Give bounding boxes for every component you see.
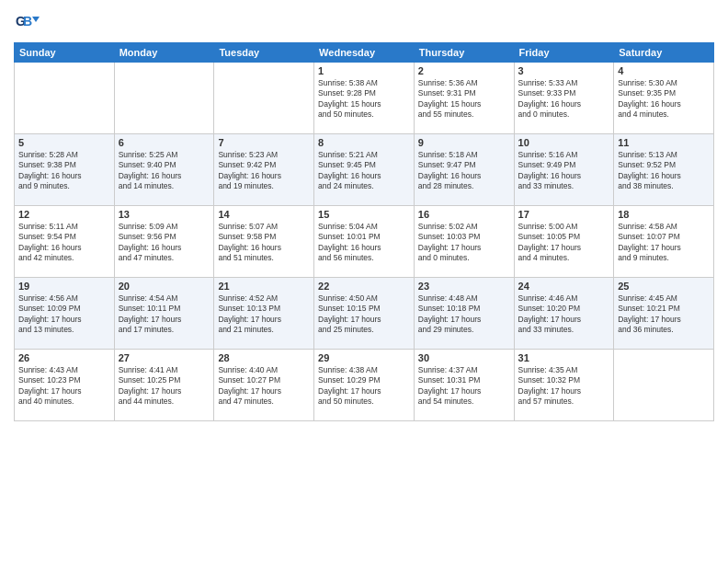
day-number: 6 — [119, 137, 210, 148]
day-info: Sunrise: 5:18 AM Sunset: 9:47 PM Dayligh… — [418, 150, 510, 192]
day-number: 23 — [418, 281, 510, 292]
week-row-2: 12Sunrise: 5:11 AM Sunset: 9:54 PM Dayli… — [15, 206, 714, 278]
day-cell: 27Sunrise: 4:41 AM Sunset: 10:25 PM Dayl… — [114, 350, 214, 421]
day-number: 10 — [518, 137, 610, 148]
weekday-header-wednesday: Wednesday — [314, 43, 415, 63]
day-info: Sunrise: 5:30 AM Sunset: 9:35 PM Dayligh… — [618, 78, 710, 121]
weekday-header-saturday: Saturday — [614, 43, 714, 63]
day-cell — [614, 350, 714, 421]
day-cell: 22Sunrise: 4:50 AM Sunset: 10:15 PM Dayl… — [314, 278, 415, 350]
day-cell: 8Sunrise: 5:21 AM Sunset: 9:45 PM Daylig… — [314, 134, 415, 206]
day-number: 7 — [218, 137, 310, 148]
day-number: 8 — [318, 137, 410, 148]
week-row-3: 19Sunrise: 4:56 AM Sunset: 10:09 PM Dayl… — [15, 278, 714, 350]
day-number: 26 — [18, 352, 110, 363]
day-cell: 12Sunrise: 5:11 AM Sunset: 9:54 PM Dayli… — [15, 206, 115, 278]
day-info: Sunrise: 5:02 AM Sunset: 10:03 PM Daylig… — [418, 222, 510, 264]
day-number: 30 — [418, 352, 510, 363]
weekday-header-row: SundayMondayTuesdayWednesdayThursdayFrid… — [15, 43, 714, 63]
day-cell: 29Sunrise: 4:38 AM Sunset: 10:29 PM Dayl… — [314, 350, 415, 421]
day-info: Sunrise: 5:36 AM Sunset: 9:31 PM Dayligh… — [418, 78, 510, 121]
day-info: Sunrise: 5:13 AM Sunset: 9:52 PM Dayligh… — [618, 150, 710, 192]
day-cell: 9Sunrise: 5:18 AM Sunset: 9:47 PM Daylig… — [414, 134, 514, 206]
day-number: 5 — [18, 137, 110, 148]
day-cell: 24Sunrise: 4:46 AM Sunset: 10:20 PM Dayl… — [514, 278, 614, 350]
weekday-header-thursday: Thursday — [414, 43, 514, 63]
logo: G B — [14, 9, 43, 35]
day-cell: 31Sunrise: 4:35 AM Sunset: 10:32 PM Dayl… — [514, 350, 614, 421]
day-info: Sunrise: 5:11 AM Sunset: 9:54 PM Dayligh… — [18, 222, 110, 264]
day-number: 24 — [518, 281, 610, 292]
day-info: Sunrise: 4:56 AM Sunset: 10:09 PM Daylig… — [18, 293, 110, 336]
day-info: Sunrise: 4:38 AM Sunset: 10:29 PM Daylig… — [318, 365, 410, 408]
day-info: Sunrise: 4:35 AM Sunset: 10:32 PM Daylig… — [518, 365, 610, 408]
day-cell: 1Sunrise: 5:38 AM Sunset: 9:28 PM Daylig… — [314, 63, 415, 134]
page: G B SundayMondayTuesdayWednesdayThursday… — [0, 0, 728, 563]
weekday-header-sunday: Sunday — [15, 43, 115, 63]
weekday-header-tuesday: Tuesday — [214, 43, 314, 63]
day-cell: 14Sunrise: 5:07 AM Sunset: 9:58 PM Dayli… — [214, 206, 314, 278]
day-info: Sunrise: 5:16 AM Sunset: 9:49 PM Dayligh… — [518, 150, 610, 192]
day-info: Sunrise: 5:21 AM Sunset: 9:45 PM Dayligh… — [318, 150, 410, 192]
week-row-0: 1Sunrise: 5:38 AM Sunset: 9:28 PM Daylig… — [15, 63, 714, 134]
day-info: Sunrise: 5:25 AM Sunset: 9:40 PM Dayligh… — [119, 150, 210, 192]
day-cell: 6Sunrise: 5:25 AM Sunset: 9:40 PM Daylig… — [114, 134, 214, 206]
day-cell: 16Sunrise: 5:02 AM Sunset: 10:03 PM Dayl… — [414, 206, 514, 278]
day-number: 16 — [418, 209, 510, 220]
day-info: Sunrise: 4:37 AM Sunset: 10:31 PM Daylig… — [418, 365, 510, 408]
day-info: Sunrise: 5:09 AM Sunset: 9:56 PM Dayligh… — [119, 222, 210, 264]
weekday-header-monday: Monday — [114, 43, 214, 63]
day-info: Sunrise: 4:45 AM Sunset: 10:21 PM Daylig… — [618, 293, 710, 336]
day-info: Sunrise: 4:40 AM Sunset: 10:27 PM Daylig… — [218, 365, 310, 408]
day-number: 25 — [618, 281, 710, 292]
day-info: Sunrise: 4:50 AM Sunset: 10:15 PM Daylig… — [318, 293, 410, 336]
day-cell: 30Sunrise: 4:37 AM Sunset: 10:31 PM Dayl… — [414, 350, 514, 421]
day-info: Sunrise: 5:07 AM Sunset: 9:58 PM Dayligh… — [218, 222, 310, 264]
day-cell: 11Sunrise: 5:13 AM Sunset: 9:52 PM Dayli… — [614, 134, 714, 206]
day-info: Sunrise: 4:52 AM Sunset: 10:13 PM Daylig… — [218, 293, 310, 336]
day-number: 4 — [618, 65, 710, 76]
day-cell: 19Sunrise: 4:56 AM Sunset: 10:09 PM Dayl… — [15, 278, 115, 350]
day-number: 1 — [318, 65, 410, 76]
day-cell: 15Sunrise: 5:04 AM Sunset: 10:01 PM Dayl… — [314, 206, 415, 278]
day-cell: 17Sunrise: 5:00 AM Sunset: 10:05 PM Dayl… — [514, 206, 614, 278]
svg-text:B: B — [23, 14, 32, 29]
day-cell — [15, 63, 115, 134]
day-cell: 26Sunrise: 4:43 AM Sunset: 10:23 PM Dayl… — [15, 350, 115, 421]
svg-marker-3 — [32, 17, 40, 22]
day-number: 9 — [418, 137, 510, 148]
day-number: 31 — [518, 352, 610, 363]
calendar-table: SundayMondayTuesdayWednesdayThursdayFrid… — [14, 42, 714, 421]
day-info: Sunrise: 4:46 AM Sunset: 10:20 PM Daylig… — [518, 293, 610, 336]
week-row-4: 26Sunrise: 4:43 AM Sunset: 10:23 PM Dayl… — [15, 350, 714, 421]
day-cell: 5Sunrise: 5:28 AM Sunset: 9:38 PM Daylig… — [15, 134, 115, 206]
day-info: Sunrise: 4:58 AM Sunset: 10:07 PM Daylig… — [618, 222, 710, 264]
day-cell: 13Sunrise: 5:09 AM Sunset: 9:56 PM Dayli… — [114, 206, 214, 278]
day-cell: 25Sunrise: 4:45 AM Sunset: 10:21 PM Dayl… — [614, 278, 714, 350]
day-cell: 28Sunrise: 4:40 AM Sunset: 10:27 PM Dayl… — [214, 350, 314, 421]
day-cell: 4Sunrise: 5:30 AM Sunset: 9:35 PM Daylig… — [614, 63, 714, 134]
day-info: Sunrise: 5:23 AM Sunset: 9:42 PM Dayligh… — [218, 150, 310, 192]
day-cell: 20Sunrise: 4:54 AM Sunset: 10:11 PM Dayl… — [114, 278, 214, 350]
logo-icon: G B — [14, 9, 40, 35]
day-info: Sunrise: 4:54 AM Sunset: 10:11 PM Daylig… — [119, 293, 210, 336]
day-number: 21 — [218, 281, 310, 292]
day-number: 29 — [318, 352, 410, 363]
day-cell: 3Sunrise: 5:33 AM Sunset: 9:33 PM Daylig… — [514, 63, 614, 134]
day-info: Sunrise: 5:28 AM Sunset: 9:38 PM Dayligh… — [18, 150, 110, 192]
day-number: 22 — [318, 281, 410, 292]
day-number: 15 — [318, 209, 410, 220]
week-row-1: 5Sunrise: 5:28 AM Sunset: 9:38 PM Daylig… — [15, 134, 714, 206]
day-info: Sunrise: 5:38 AM Sunset: 9:28 PM Dayligh… — [318, 78, 410, 121]
day-info: Sunrise: 4:41 AM Sunset: 10:25 PM Daylig… — [119, 365, 210, 408]
day-cell — [114, 63, 214, 134]
day-number: 13 — [119, 209, 210, 220]
day-cell — [214, 63, 314, 134]
header: G B — [14, 9, 714, 35]
day-number: 20 — [119, 281, 210, 292]
day-info: Sunrise: 5:04 AM Sunset: 10:01 PM Daylig… — [318, 222, 410, 264]
day-number: 12 — [18, 209, 110, 220]
day-cell: 10Sunrise: 5:16 AM Sunset: 9:49 PM Dayli… — [514, 134, 614, 206]
day-cell: 23Sunrise: 4:48 AM Sunset: 10:18 PM Dayl… — [414, 278, 514, 350]
day-number: 3 — [518, 65, 610, 76]
